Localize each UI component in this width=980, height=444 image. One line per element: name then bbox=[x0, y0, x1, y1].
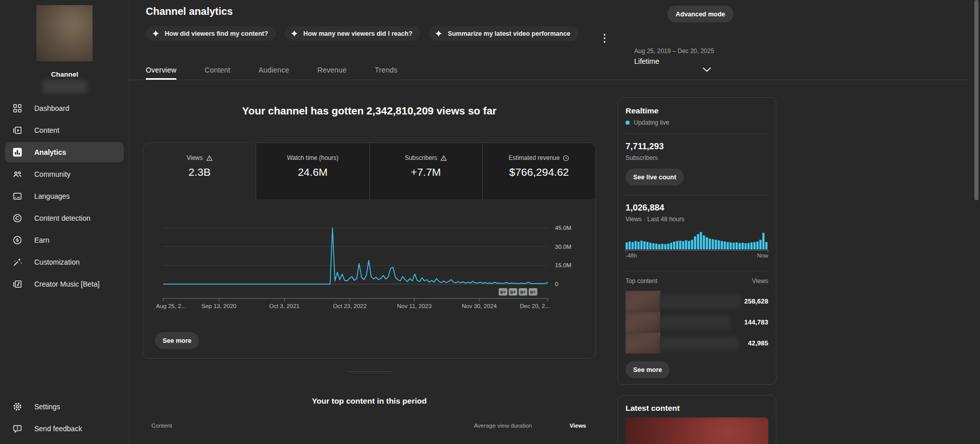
sidebar-item-dashboard[interactable]: Dashboard bbox=[5, 98, 124, 119]
realtime-top-content-header: Top content Views bbox=[626, 277, 768, 285]
customization-icon bbox=[12, 257, 23, 267]
video-views: 258,628 bbox=[744, 297, 768, 305]
section-divider bbox=[347, 371, 391, 372]
dashboard-icon bbox=[12, 103, 23, 113]
live-dot-icon bbox=[626, 121, 630, 125]
date-range-selector[interactable]: Aug 25, 2019 – Dec 20, 2025 Lifetime bbox=[634, 48, 714, 65]
svg-text:Dec 20, 2...: Dec 20, 2... bbox=[520, 303, 550, 309]
warning-icon bbox=[206, 155, 213, 161]
suggestion-chip-2[interactable]: How many new viewers did I reach? bbox=[284, 26, 420, 41]
sidebar-footer-nav: SettingsSend feedback bbox=[0, 395, 129, 440]
chart-overlay-badge[interactable]: 9+ bbox=[529, 288, 538, 296]
earn-icon: $ bbox=[12, 235, 23, 245]
sidebar-item-content[interactable]: Content bbox=[5, 120, 124, 141]
content-detection-icon bbox=[12, 213, 23, 223]
latest-content-card: Latest content bbox=[617, 395, 776, 444]
sparkle-icon bbox=[152, 30, 160, 37]
video-title-redacted bbox=[660, 337, 739, 350]
sidebar-item-earn[interactable]: $Earn bbox=[5, 230, 124, 250]
sidebar-item-customization[interactable]: Customization bbox=[5, 252, 124, 272]
sidebar-nav: DashboardContentAnalyticsCommunityLangua… bbox=[0, 97, 129, 296]
suggestion-chip-3[interactable]: Summarize my latest video performance bbox=[429, 26, 578, 41]
top-content-table-header: Content Average view duration Views bbox=[151, 422, 586, 430]
creator-music-icon bbox=[12, 279, 23, 289]
channel-avatar[interactable] bbox=[36, 5, 93, 61]
settings-icon bbox=[12, 402, 23, 412]
feedback-icon bbox=[12, 424, 23, 434]
channel-name-redacted bbox=[43, 80, 87, 93]
tab-audience[interactable]: Audience bbox=[258, 66, 289, 80]
svg-text:Aug 25, 2...: Aug 25, 2... bbox=[156, 303, 186, 309]
video-thumbnail bbox=[626, 291, 660, 312]
tab-content[interactable]: Content bbox=[205, 66, 230, 80]
warning-icon bbox=[440, 155, 447, 161]
channel-avatar-image bbox=[36, 5, 93, 61]
content-icon bbox=[12, 125, 23, 135]
date-range: Aug 25, 2019 – Dec 20, 2025 bbox=[634, 48, 714, 55]
more-options-icon[interactable] bbox=[599, 32, 610, 45]
svg-text:-48h: -48h bbox=[626, 252, 637, 259]
realtime-chart[interactable]: -48hNow bbox=[626, 230, 768, 261]
views-headline: Your channel has gotten 2,342,810,209 vi… bbox=[143, 105, 596, 117]
overview-card: Views2.3BWatch time (hours)24.6MSubscrib… bbox=[143, 143, 596, 359]
tab-trends[interactable]: Trends bbox=[375, 66, 397, 80]
chevron-down-icon[interactable] bbox=[702, 65, 711, 70]
latest-video-thumbnail[interactable] bbox=[626, 417, 768, 444]
see-live-count-button[interactable]: See live count bbox=[626, 169, 684, 185]
top-content-row[interactable]: 144,783 bbox=[626, 312, 768, 333]
svg-text:9+: 9+ bbox=[500, 289, 506, 295]
views-chart[interactable]: 45.0M30.0M15.0M0Aug 25, 2...Sep 13, 2020… bbox=[143, 199, 595, 316]
sidebar-item-settings[interactable]: Settings bbox=[5, 396, 124, 417]
sidebar-item-content-detection[interactable]: Content detection bbox=[5, 208, 124, 228]
column-header-views[interactable]: Views bbox=[532, 422, 586, 430]
advanced-mode-button[interactable]: Advanced mode bbox=[667, 6, 733, 22]
analytics-tabs: OverviewContentAudienceRevenueTrends bbox=[146, 66, 426, 80]
metric-tab-views[interactable]: Views2.3B bbox=[143, 143, 256, 199]
realtime-top-content-rows: 258,628144,78342,985 bbox=[626, 291, 768, 354]
sidebar-item-send-feedback[interactable]: Send feedback bbox=[5, 418, 124, 439]
svg-text:9+: 9+ bbox=[510, 289, 516, 295]
metric-tab-estimated-revenue[interactable]: Estimated revenue$766,294.62 bbox=[482, 143, 595, 199]
realtime-subscribers-count: 7,711,293 bbox=[626, 142, 768, 152]
realtime-card: Realtime Updating live 7,711,293 Subscri… bbox=[617, 97, 776, 385]
vertical-scrollbar[interactable] bbox=[974, 0, 978, 200]
realtime-views-label: Views · Last 48 hours bbox=[626, 216, 768, 223]
views-label: Views bbox=[752, 277, 768, 285]
column-header-content[interactable]: Content bbox=[151, 422, 465, 430]
svg-text:Oct 23, 2022: Oct 23, 2022 bbox=[333, 303, 367, 309]
clock-icon bbox=[563, 155, 569, 161]
sparkle-icon bbox=[435, 30, 442, 37]
video-thumbnail bbox=[626, 333, 660, 354]
sidebar-item-community[interactable]: Community bbox=[5, 164, 124, 184]
svg-text:Sep 13, 2020: Sep 13, 2020 bbox=[202, 303, 236, 309]
video-views: 144,783 bbox=[744, 318, 768, 326]
video-views: 42,985 bbox=[748, 339, 768, 347]
metric-tab-subscribers[interactable]: Subscribers+7.7M bbox=[369, 143, 482, 199]
realtime-see-more-button[interactable]: See more bbox=[626, 361, 670, 378]
sidebar-item-creator-music-beta[interactable]: Creator Music [Beta] bbox=[5, 274, 124, 294]
suggestion-chips: How did viewers find my content?How many… bbox=[146, 26, 578, 41]
top-content-heading: Your top content in this period bbox=[143, 396, 596, 406]
chart-overlay-badge[interactable]: 9+ bbox=[509, 288, 518, 296]
chart-overlay-badge[interactable]: 9+ bbox=[519, 288, 527, 296]
youtube-studio-analytics: Channel DashboardContentAnalyticsCommuni… bbox=[0, 0, 980, 444]
metric-tab-watch-time-hours[interactable]: Watch time (hours)24.6M bbox=[256, 143, 369, 199]
svg-text:0: 0 bbox=[555, 281, 558, 287]
tab-revenue[interactable]: Revenue bbox=[317, 66, 346, 80]
see-more-button[interactable]: See more bbox=[155, 332, 199, 349]
top-content-row[interactable]: 258,628 bbox=[626, 291, 768, 312]
suggestion-chip-1[interactable]: How did viewers find my content? bbox=[146, 26, 276, 41]
svg-text:Nov 11, 2023: Nov 11, 2023 bbox=[397, 303, 432, 309]
chart-overlay-badge[interactable]: 9+ bbox=[499, 288, 507, 296]
top-content-label: Top content bbox=[626, 277, 657, 285]
column-header-average-view-duration[interactable]: Average view duration bbox=[465, 422, 532, 430]
sidebar-item-analytics[interactable]: Analytics bbox=[5, 142, 124, 162]
svg-text:9+: 9+ bbox=[520, 289, 526, 295]
realtime-title: Realtime bbox=[626, 106, 768, 115]
top-content-row[interactable]: 42,985 bbox=[626, 333, 768, 354]
sidebar-item-languages[interactable]: Languages bbox=[5, 186, 124, 206]
languages-icon bbox=[12, 191, 23, 201]
tab-overview[interactable]: Overview bbox=[146, 66, 176, 80]
svg-text:45.0M: 45.0M bbox=[555, 225, 571, 231]
realtime-views-count: 1,026,884 bbox=[626, 203, 768, 213]
